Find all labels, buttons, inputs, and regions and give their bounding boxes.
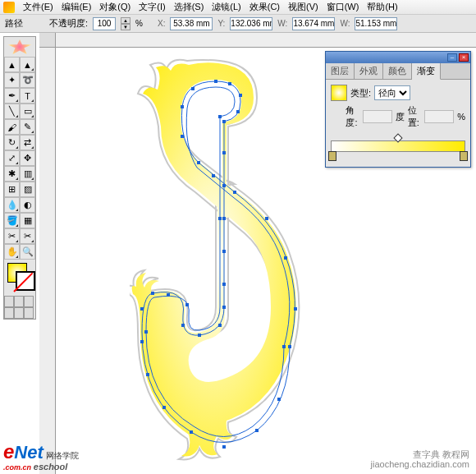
- svg-rect-21: [190, 430, 193, 434]
- gradient-angle-label: 角度:: [346, 104, 359, 129]
- free-transform-tool[interactable]: ✥: [20, 150, 35, 166]
- magic-wand-tool[interactable]: ✦: [4, 72, 20, 88]
- tab-gradient[interactable]: 渐变: [412, 63, 441, 80]
- menu-help[interactable]: 帮助(H): [364, 1, 400, 13]
- ruler-corner: [39, 33, 56, 48]
- svg-rect-24: [277, 398, 281, 401]
- rotate-tool[interactable]: ↻: [4, 135, 20, 150]
- opacity-label: 不透明度:: [49, 17, 88, 30]
- reflect-tool[interactable]: ⇄: [20, 135, 35, 150]
- rectangle-tool[interactable]: ▭: [20, 104, 35, 119]
- gradient-location-label: 位置:: [408, 104, 421, 129]
- w-input[interactable]: [292, 17, 335, 30]
- gradient-stop-left[interactable]: [328, 151, 336, 161]
- pen-tool[interactable]: ✒: [4, 88, 20, 104]
- gradient-location-input[interactable]: [424, 110, 454, 123]
- pencil-tool[interactable]: ✎: [20, 119, 35, 135]
- eyedropper-tool[interactable]: 💧: [4, 197, 20, 213]
- w-label: W:: [277, 19, 287, 28]
- gradient-type-select[interactable]: 径向: [374, 85, 410, 100]
- graph-tool[interactable]: ▥: [20, 166, 35, 182]
- fill-stroke-indicator[interactable]: [4, 260, 35, 296]
- color-mode-none[interactable]: [24, 296, 34, 307]
- svg-rect-11: [218, 324, 222, 327]
- gradient-panel[interactable]: – × 图层 外观 颜色 渐变 类型: 径向 角度: 度 位置: %: [325, 51, 471, 168]
- tab-color[interactable]: 颜色: [383, 63, 412, 79]
- svg-rect-34: [191, 87, 195, 90]
- screen-mode-full[interactable]: [24, 307, 34, 319]
- color-mode-row: [4, 296, 35, 307]
- panel-tabs: 图层 外观 颜色 渐变: [326, 63, 470, 80]
- gradient-preview-swatch[interactable]: [331, 85, 347, 101]
- stroke-swatch[interactable]: [16, 271, 35, 291]
- scale-tool[interactable]: ⤢: [4, 150, 20, 166]
- ruler-vertical[interactable]: [39, 48, 56, 474]
- svg-rect-33: [181, 105, 184, 108]
- flower-icon: [7, 39, 32, 54]
- svg-rect-4: [222, 120, 226, 123]
- lasso-tool[interactable]: ➰: [20, 72, 35, 88]
- tab-appearance[interactable]: 外观: [355, 63, 383, 79]
- menu-edit[interactable]: 编辑(E): [58, 1, 95, 13]
- svg-rect-27: [284, 256, 287, 260]
- svg-rect-1: [228, 82, 231, 85]
- menu-view[interactable]: 视图(V): [285, 1, 322, 13]
- menu-filter[interactable]: 滤镜(L): [208, 1, 244, 13]
- svg-rect-23: [255, 429, 259, 432]
- svg-rect-15: [167, 293, 170, 297]
- type-tool[interactable]: T: [20, 88, 35, 104]
- panel-body: 类型: 径向 角度: 度 位置: %: [326, 80, 470, 137]
- live-paint-select-tool[interactable]: ▦: [20, 213, 35, 228]
- menu-type[interactable]: 文字(I): [135, 1, 168, 13]
- x-input[interactable]: [170, 17, 213, 30]
- hand-tool[interactable]: ✋: [4, 244, 20, 260]
- direct-selection-tool[interactable]: ▲: [20, 57, 35, 72]
- svg-rect-29: [233, 191, 236, 194]
- panel-titlebar[interactable]: – ×: [326, 52, 470, 63]
- gradient-type-label: 类型:: [350, 87, 371, 99]
- scissors-tool[interactable]: ✂: [20, 228, 35, 244]
- y-input[interactable]: [230, 17, 272, 30]
- color-mode-solid[interactable]: [4, 296, 14, 307]
- svg-rect-25: [288, 345, 291, 348]
- toolbox: ▲▲ ✦➰ ✒T ╲▭ 🖌✎ ↻⇄ ⤢✥ ✱▥ ⊞▨ 💧◐ 🪣▦ ✂✂ ✋🔍: [3, 36, 36, 320]
- opacity-stepper[interactable]: ▲▼: [121, 17, 130, 30]
- color-mode-gradient[interactable]: [14, 296, 24, 307]
- live-paint-tool[interactable]: 🪣: [4, 213, 20, 228]
- svg-rect-37: [144, 330, 148, 334]
- menu-object[interactable]: 对象(Q): [96, 1, 134, 13]
- gradient-angle-input[interactable]: [363, 110, 392, 123]
- panel-close-button[interactable]: ×: [459, 53, 469, 62]
- svg-rect-35: [218, 115, 222, 118]
- gradient-tool[interactable]: ▨: [20, 182, 35, 197]
- menu-select[interactable]: 选择(S): [171, 1, 208, 13]
- x-label: X:: [158, 19, 165, 28]
- gradient-ramp[interactable]: [331, 140, 465, 152]
- symbol-sprayer-tool[interactable]: ✱: [4, 166, 20, 182]
- menu-file[interactable]: 文件(E): [20, 1, 57, 13]
- zoom-tool[interactable]: 🔍: [20, 244, 35, 260]
- svg-rect-31: [197, 161, 200, 164]
- s-fill: [132, 62, 296, 456]
- opacity-input[interactable]: [93, 17, 116, 30]
- svg-rect-9: [222, 283, 226, 286]
- panel-minimize-button[interactable]: –: [447, 53, 457, 62]
- line-tool[interactable]: ╲: [4, 104, 20, 119]
- tab-layers[interactable]: 图层: [326, 63, 355, 79]
- screen-mode-full-menu[interactable]: [14, 307, 24, 319]
- svg-rect-13: [181, 324, 185, 327]
- mesh-tool[interactable]: ⊞: [4, 182, 20, 197]
- menu-effect[interactable]: 效果(C): [246, 1, 283, 13]
- paintbrush-tool[interactable]: 🖌: [4, 119, 20, 135]
- slice-tool[interactable]: ✂: [4, 228, 20, 244]
- s-letter-artwork[interactable]: [130, 53, 318, 463]
- selection-tool[interactable]: ▲: [4, 57, 20, 72]
- svg-rect-32: [181, 135, 184, 138]
- gradient-ramp-area: [326, 137, 470, 167]
- ruler-horizontal[interactable]: [56, 33, 476, 48]
- h-input[interactable]: [355, 17, 397, 30]
- screen-mode-normal[interactable]: [4, 307, 14, 319]
- gradient-stop-right[interactable]: [460, 151, 468, 161]
- menu-window[interactable]: 窗口(W): [323, 1, 363, 13]
- blend-tool[interactable]: ◐: [20, 197, 35, 213]
